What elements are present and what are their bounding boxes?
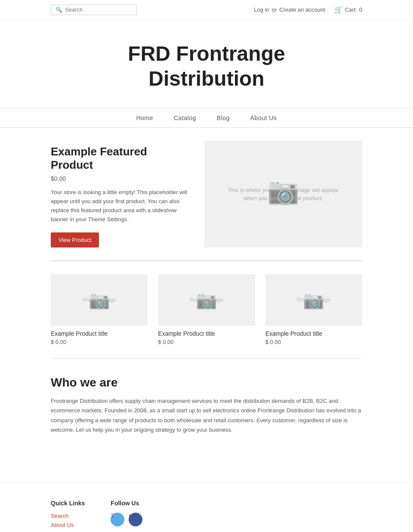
login-link[interactable]: Log in: [254, 6, 269, 13]
nav-home[interactable]: Home: [126, 108, 163, 127]
product-title-0: Example Product title: [51, 330, 148, 337]
products-grid: 📷 Product image Example Product title $ …: [51, 261, 362, 359]
facebook-link[interactable]: f: [129, 513, 142, 526]
footer: Quick Links Search About Us Follow Us 𝕋 …: [0, 482, 413, 532]
search-icon: 🔍: [55, 6, 62, 13]
view-product-button[interactable]: View Product: [51, 232, 99, 247]
product-image-1: 📷 Product image: [158, 274, 255, 326]
footer-link-search[interactable]: Search: [51, 513, 85, 519]
who-we-are-heading: Who we are: [51, 376, 362, 390]
search-input[interactable]: [65, 6, 132, 13]
main-nav: Home Catalog Blog About Us: [0, 108, 413, 128]
site-title: FRD Frontrange Distribution: [0, 20, 413, 108]
featured-product-info: Example Featured Product $0.00 Your stor…: [51, 141, 204, 247]
main-content: Example Featured Product $0.00 Your stor…: [0, 128, 413, 448]
footer-links-area: Quick Links Search About Us Follow Us 𝕋 …: [0, 483, 413, 532]
product-title-1: Example Product title: [158, 330, 255, 337]
facebook-icon: f: [129, 513, 130, 519]
product-image-label-1: Product image: [190, 297, 223, 303]
featured-product-image: 📷 This is where your product image will …: [204, 141, 362, 247]
product-card-0: 📷 Product image Example Product title $ …: [51, 274, 148, 345]
top-bar: 🔍 Log in or Create an account 🛒 Cart: 0: [0, 0, 413, 20]
twitter-link[interactable]: 𝕋: [111, 513, 124, 526]
product-card-1: 📷 Product image Example Product title $ …: [158, 274, 255, 345]
site-name: FRD Frontrange Distribution: [9, 41, 404, 91]
footer-quick-links: Quick Links Search About Us: [51, 500, 85, 531]
product-image-label-0: Product image: [83, 297, 116, 303]
nav-blog[interactable]: Blog: [206, 108, 240, 127]
footer-follow-us: Follow Us 𝕋 f: [111, 500, 142, 531]
cart-label: Cart:: [345, 6, 357, 13]
product-price-2: $ 0.00: [265, 339, 362, 345]
who-we-are-body: Frontrange Distribution offers supply ch…: [51, 396, 362, 434]
create-account-link[interactable]: Create an account: [279, 6, 325, 13]
featured-product-price: $0.00: [51, 175, 191, 182]
product-image-0: 📷 Product image: [51, 274, 148, 326]
nav-catalog[interactable]: Catalog: [163, 108, 206, 127]
featured-product-section: Example Featured Product $0.00 Your stor…: [51, 128, 362, 261]
search-box[interactable]: 🔍: [51, 4, 137, 15]
image-caption: This is where your product image will ap…: [228, 186, 339, 203]
product-title-2: Example Product title: [265, 330, 362, 337]
featured-product-title: Example Featured Product: [51, 145, 191, 172]
or-text: or: [272, 6, 277, 13]
product-price-1: $ 0.00: [158, 339, 255, 345]
cart-area[interactable]: 🛒 Cart: 0: [334, 6, 362, 14]
who-we-are-section: Who we are Frontrange Distribution offer…: [51, 359, 362, 447]
product-price-0: $ 0.00: [51, 339, 148, 345]
follow-us-heading: Follow Us: [111, 500, 142, 507]
product-image-2: 📷 Product image: [265, 274, 362, 326]
footer-link-about[interactable]: About Us: [51, 522, 85, 528]
twitter-icon: 𝕋: [111, 513, 114, 519]
quick-links-heading: Quick Links: [51, 500, 85, 507]
nav-about[interactable]: About Us: [240, 108, 287, 127]
social-icons: 𝕋 f: [111, 513, 142, 529]
top-right-nav: Log in or Create an account 🛒 Cart: 0: [254, 6, 362, 14]
featured-product-desc: Your store is looking a little empty! Th…: [51, 188, 191, 224]
cart-count: 0: [359, 6, 362, 13]
cart-icon: 🛒: [334, 6, 343, 14]
product-card-2: 📷 Product image Example Product title $ …: [265, 274, 362, 345]
product-image-label-2: Product image: [297, 297, 330, 303]
